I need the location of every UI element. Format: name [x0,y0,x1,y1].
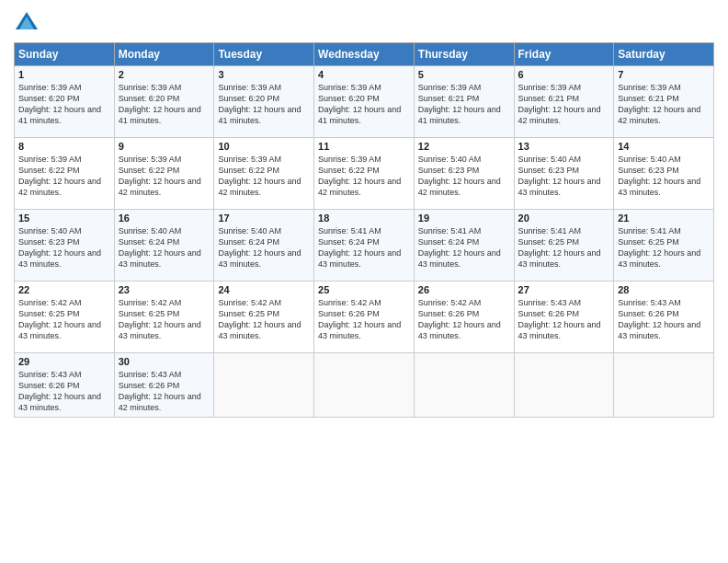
page: SundayMondayTuesdayWednesdayThursdayFrid… [0,0,728,563]
cell-content: Sunrise: 5:39 AM Sunset: 6:20 PM Dayligh… [18,82,110,127]
day-number: 3 [218,69,310,80]
calendar-cell: 22 Sunrise: 5:42 AM Sunset: 6:25 PM Dayl… [15,282,115,353]
cell-content: Sunrise: 5:39 AM Sunset: 6:22 PM Dayligh… [18,154,110,199]
day-number: 10 [218,141,310,152]
cell-content: Sunrise: 5:42 AM Sunset: 6:25 PM Dayligh… [218,297,310,342]
cell-content: Sunrise: 5:39 AM Sunset: 6:22 PM Dayligh… [318,154,410,199]
calendar-cell: 23 Sunrise: 5:42 AM Sunset: 6:25 PM Dayl… [114,282,214,353]
day-number: 21 [618,213,710,224]
logo [14,9,43,35]
day-number: 23 [119,284,210,295]
calendar-cell: 18 Sunrise: 5:41 AM Sunset: 6:24 PM Dayl… [314,210,415,282]
calendar-weekday-header: Friday [514,43,614,66]
calendar-table: SundayMondayTuesdayWednesdayThursdayFrid… [14,42,714,418]
day-number: 14 [618,141,710,152]
cell-content: Sunrise: 5:42 AM Sunset: 6:25 PM Dayligh… [119,297,210,342]
calendar-cell: 24 Sunrise: 5:42 AM Sunset: 6:25 PM Dayl… [214,282,314,353]
calendar-cell: 1 Sunrise: 5:39 AM Sunset: 6:20 PM Dayli… [15,66,115,138]
calendar-weekday-header: Wednesday [314,43,415,66]
calendar-cell: 10 Sunrise: 5:39 AM Sunset: 6:22 PM Dayl… [214,138,314,210]
cell-content: Sunrise: 5:39 AM Sunset: 6:20 PM Dayligh… [119,82,210,127]
calendar-weekday-header: Monday [114,43,214,66]
calendar-weekday-header: Tuesday [214,43,314,66]
calendar-cell: 3 Sunrise: 5:39 AM Sunset: 6:20 PM Dayli… [214,66,314,138]
day-number: 22 [18,284,110,295]
calendar-cell: 25 Sunrise: 5:42 AM Sunset: 6:26 PM Dayl… [314,282,415,353]
cell-content: Sunrise: 5:41 AM Sunset: 6:24 PM Dayligh… [418,225,510,270]
calendar-cell: 14 Sunrise: 5:40 AM Sunset: 6:23 PM Dayl… [614,138,714,210]
calendar-cell: 17 Sunrise: 5:40 AM Sunset: 6:24 PM Dayl… [214,210,314,282]
cell-content: Sunrise: 5:39 AM Sunset: 6:21 PM Dayligh… [618,82,710,127]
calendar-cell [414,353,514,418]
calendar-cell: 11 Sunrise: 5:39 AM Sunset: 6:22 PM Dayl… [314,138,415,210]
calendar-cell: 6 Sunrise: 5:39 AM Sunset: 6:21 PM Dayli… [514,66,614,138]
calendar-cell [614,353,714,418]
calendar-cell [314,353,415,418]
cell-content: Sunrise: 5:39 AM Sunset: 6:20 PM Dayligh… [218,82,310,127]
day-number: 4 [318,69,410,80]
day-number: 15 [18,213,110,224]
day-number: 5 [418,69,510,80]
day-number: 1 [18,69,110,80]
day-number: 17 [218,213,310,224]
calendar-cell: 20 Sunrise: 5:41 AM Sunset: 6:25 PM Dayl… [514,210,614,282]
calendar-header-row: SundayMondayTuesdayWednesdayThursdayFrid… [15,43,714,66]
calendar-cell [214,353,314,418]
cell-content: Sunrise: 5:41 AM Sunset: 6:25 PM Dayligh… [518,225,610,270]
cell-content: Sunrise: 5:39 AM Sunset: 6:22 PM Dayligh… [218,154,310,199]
cell-content: Sunrise: 5:40 AM Sunset: 6:23 PM Dayligh… [18,225,110,270]
day-number: 30 [119,356,210,367]
calendar-cell: 28 Sunrise: 5:43 AM Sunset: 6:26 PM Dayl… [614,282,714,353]
logo-icon [14,9,40,35]
cell-content: Sunrise: 5:40 AM Sunset: 6:23 PM Dayligh… [518,154,610,199]
calendar-cell: 30 Sunrise: 5:43 AM Sunset: 6:26 PM Dayl… [114,353,214,418]
calendar-cell [514,353,614,418]
header [14,9,714,35]
cell-content: Sunrise: 5:43 AM Sunset: 6:26 PM Dayligh… [618,297,710,342]
calendar-cell: 26 Sunrise: 5:42 AM Sunset: 6:26 PM Dayl… [414,282,514,353]
day-number: 18 [318,213,410,224]
calendar-cell: 29 Sunrise: 5:43 AM Sunset: 6:26 PM Dayl… [15,353,115,418]
day-number: 11 [318,141,410,152]
cell-content: Sunrise: 5:41 AM Sunset: 6:25 PM Dayligh… [618,225,710,270]
day-number: 2 [119,69,210,80]
cell-content: Sunrise: 5:42 AM Sunset: 6:26 PM Dayligh… [418,297,510,342]
day-number: 8 [18,141,110,152]
cell-content: Sunrise: 5:40 AM Sunset: 6:23 PM Dayligh… [618,154,710,199]
cell-content: Sunrise: 5:41 AM Sunset: 6:24 PM Dayligh… [318,225,410,270]
calendar-cell: 12 Sunrise: 5:40 AM Sunset: 6:23 PM Dayl… [414,138,514,210]
cell-content: Sunrise: 5:39 AM Sunset: 6:22 PM Dayligh… [119,154,210,199]
calendar-cell: 19 Sunrise: 5:41 AM Sunset: 6:24 PM Dayl… [414,210,514,282]
calendar-cell: 5 Sunrise: 5:39 AM Sunset: 6:21 PM Dayli… [414,66,514,138]
cell-content: Sunrise: 5:40 AM Sunset: 6:24 PM Dayligh… [218,225,310,270]
cell-content: Sunrise: 5:42 AM Sunset: 6:26 PM Dayligh… [318,297,410,342]
cell-content: Sunrise: 5:43 AM Sunset: 6:26 PM Dayligh… [18,369,110,414]
calendar-cell: 21 Sunrise: 5:41 AM Sunset: 6:25 PM Dayl… [614,210,714,282]
day-number: 26 [418,284,510,295]
day-number: 25 [318,284,410,295]
calendar-weekday-header: Thursday [414,43,514,66]
day-number: 12 [418,141,510,152]
day-number: 24 [218,284,310,295]
day-number: 29 [18,356,110,367]
day-number: 19 [418,213,510,224]
day-number: 6 [518,69,610,80]
day-number: 9 [119,141,210,152]
day-number: 27 [518,284,610,295]
cell-content: Sunrise: 5:43 AM Sunset: 6:26 PM Dayligh… [119,369,210,414]
day-number: 13 [518,141,610,152]
calendar-cell: 27 Sunrise: 5:43 AM Sunset: 6:26 PM Dayl… [514,282,614,353]
cell-content: Sunrise: 5:40 AM Sunset: 6:23 PM Dayligh… [418,154,510,199]
calendar-cell: 13 Sunrise: 5:40 AM Sunset: 6:23 PM Dayl… [514,138,614,210]
calendar-cell: 2 Sunrise: 5:39 AM Sunset: 6:20 PM Dayli… [114,66,214,138]
day-number: 7 [618,69,710,80]
day-number: 28 [618,284,710,295]
day-number: 20 [518,213,610,224]
cell-content: Sunrise: 5:39 AM Sunset: 6:21 PM Dayligh… [418,82,510,127]
cell-content: Sunrise: 5:39 AM Sunset: 6:21 PM Dayligh… [518,82,610,127]
cell-content: Sunrise: 5:40 AM Sunset: 6:24 PM Dayligh… [119,225,210,270]
day-number: 16 [119,213,210,224]
calendar-cell: 9 Sunrise: 5:39 AM Sunset: 6:22 PM Dayli… [114,138,214,210]
calendar-cell: 15 Sunrise: 5:40 AM Sunset: 6:23 PM Dayl… [15,210,115,282]
calendar-cell: 8 Sunrise: 5:39 AM Sunset: 6:22 PM Dayli… [15,138,115,210]
